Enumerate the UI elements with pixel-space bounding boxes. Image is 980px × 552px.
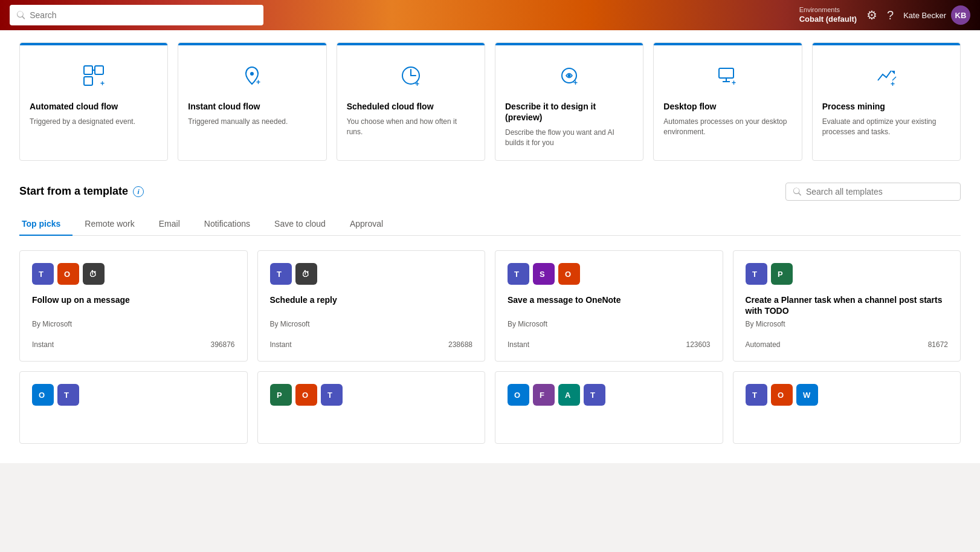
template-card-6[interactable]: POT — [257, 371, 486, 444]
template-card-icons: OT — [32, 384, 235, 406]
template-title-text: Start from a template — [19, 185, 128, 198]
avatar: KB — [951, 5, 970, 25]
template-card-author: By Microsoft — [746, 320, 949, 328]
template-card-type: Automated — [746, 340, 781, 349]
search-input[interactable] — [30, 10, 256, 20]
template-card-4[interactable]: TP Create a Planner task when a channel … — [733, 250, 961, 362]
help-icon[interactable]: ? — [887, 8, 894, 22]
template-card-count: 396876 — [210, 340, 234, 349]
template-card-icons: TO⏱ — [32, 263, 235, 285]
template-header: Start from a template i — [19, 183, 961, 201]
template-card-8[interactable]: TOW — [733, 371, 961, 444]
svg-text:O: O — [565, 270, 571, 279]
template-card-icons: T⏱ — [270, 263, 473, 285]
flow-card-process[interactable]: + Process mining Evaluate and optimize y… — [812, 42, 961, 161]
flow-card-body: Automated cloud flow Triggered by a desi… — [20, 101, 167, 127]
app-icon: P — [270, 384, 292, 406]
app-icon: T — [270, 263, 292, 285]
app-icon: S — [533, 263, 555, 285]
app-icon: T — [321, 384, 343, 406]
template-card-7[interactable]: OFAT — [495, 371, 723, 444]
template-title-block: Start from a template i — [19, 185, 144, 198]
template-card-title: Save a message to OneNote — [508, 294, 711, 316]
template-card-type: Instant — [508, 340, 529, 349]
flow-card-instant[interactable]: + Instant cloud flow Triggered manually … — [178, 42, 326, 161]
template-card-5[interactable]: OT — [19, 371, 248, 444]
svg-text:T: T — [514, 270, 519, 279]
template-card-type: Instant — [32, 340, 54, 349]
app-icon: T — [57, 384, 79, 406]
template-card-icons: TSO — [508, 263, 711, 285]
svg-text:O: O — [64, 270, 70, 279]
template-card-title: Schedule a reply — [270, 294, 473, 316]
svg-point-10 — [568, 74, 571, 77]
flow-card-top-bar — [337, 43, 485, 45]
flow-card-desc: Evaluate and optimize your existing proc… — [822, 117, 950, 137]
app-icon: T — [746, 263, 767, 285]
svg-text:O: O — [514, 391, 520, 400]
environment-name: Cobalt (default) — [799, 15, 857, 25]
tab-top-picks[interactable]: Top picks — [19, 213, 73, 236]
flow-card-desc: Triggered manually as needed. — [188, 117, 316, 127]
svg-text:⏱: ⏱ — [301, 270, 309, 279]
tab-email[interactable]: Email — [147, 213, 192, 236]
app-icon: ⏱ — [295, 263, 317, 285]
flow-card-describe[interactable]: + Describe it to design it (preview) Des… — [495, 42, 643, 161]
flow-card-automated[interactable]: + Automated cloud flow Triggered by a de… — [19, 42, 168, 161]
flow-card-desktop[interactable]: + Desktop flow Automates processes on yo… — [653, 42, 802, 161]
template-section: Start from a template i Top picksRemote … — [19, 183, 961, 444]
template-card-author: By Microsoft — [270, 320, 473, 328]
flow-card-title: Describe it to design it (preview) — [505, 101, 633, 123]
svg-text:+: + — [732, 79, 736, 87]
svg-text:+: + — [891, 80, 895, 88]
template-card-1[interactable]: TO⏱ Follow up on a message By Microsoft … — [19, 250, 248, 362]
template-search-input[interactable] — [806, 187, 953, 196]
flow-card-top-bar — [178, 43, 326, 45]
svg-text:+: + — [256, 78, 260, 86]
flow-card-top-bar — [20, 43, 167, 45]
app-icon: W — [796, 384, 818, 406]
svg-text:T: T — [752, 270, 757, 279]
template-card-count: 238688 — [448, 340, 472, 349]
template-card-type: Instant — [270, 340, 292, 349]
template-card-icons: OFAT — [508, 384, 711, 406]
tab-save-to-cloud[interactable]: Save to cloud — [262, 213, 338, 236]
app-icon: T — [584, 384, 605, 406]
tab-remote-work[interactable]: Remote work — [73, 213, 146, 236]
flow-card-body: Process mining Evaluate and optimize you… — [813, 101, 960, 137]
app-icon: F — [533, 384, 555, 406]
flow-card-title: Process mining — [822, 101, 950, 112]
app-icon: O — [558, 263, 580, 285]
template-card-icons: TP — [746, 263, 949, 285]
svg-text:⏱: ⏱ — [89, 270, 97, 279]
svg-point-5 — [250, 72, 254, 76]
svg-text:P: P — [277, 391, 282, 400]
template-search-bar[interactable] — [785, 183, 961, 201]
template-card-icons: TOW — [746, 384, 949, 406]
template-card-3[interactable]: TSO Save a message to OneNote By Microso… — [495, 250, 723, 362]
svg-marker-16 — [891, 71, 895, 74]
app-icon: O — [771, 384, 793, 406]
flow-card-title: Desktop flow — [663, 101, 791, 112]
svg-text:T: T — [277, 270, 282, 279]
tab-approval[interactable]: Approval — [338, 213, 395, 236]
svg-text:T: T — [752, 391, 757, 400]
user-info[interactable]: Kate Becker KB — [903, 5, 970, 25]
flow-card-desc: You choose when and how often it runs. — [347, 117, 475, 137]
svg-text:W: W — [803, 391, 811, 400]
svg-text:T: T — [39, 270, 44, 279]
template-tabs: Top picksRemote workEmailNotificationsSa… — [19, 213, 961, 236]
svg-rect-12 — [719, 68, 733, 78]
settings-icon[interactable]: ⚙ — [866, 8, 877, 22]
flow-cards-row: + Automated cloud flow Triggered by a de… — [19, 42, 961, 161]
flow-card-body: Scheduled cloud flow You choose when and… — [337, 101, 485, 137]
flow-card-title: Instant cloud flow — [188, 101, 316, 112]
template-card-2[interactable]: T⏱ Schedule a reply By Microsoft Instant… — [257, 250, 486, 362]
flow-card-scheduled[interactable]: + Scheduled cloud flow You choose when a… — [337, 42, 485, 161]
svg-text:+: + — [100, 79, 105, 88]
global-search-bar[interactable] — [10, 5, 263, 25]
info-icon[interactable]: i — [133, 186, 144, 197]
tab-notifications[interactable]: Notifications — [192, 213, 262, 236]
search-icon — [17, 11, 25, 19]
flow-card-top-bar — [495, 43, 643, 45]
